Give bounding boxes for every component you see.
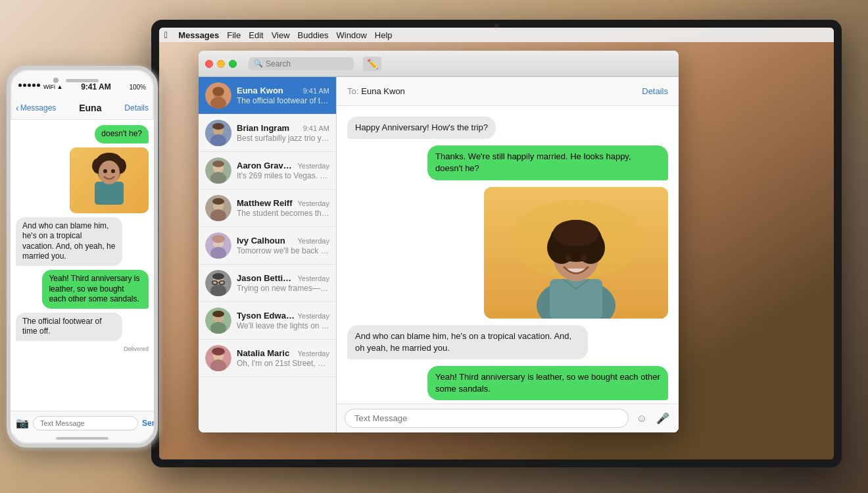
conversation-item-natalia[interactable]: Natalia Maric Yesterday Oh, I'm on 21st … [199,340,336,377]
iphone-message-row [16,147,149,213]
conversation-item-matthew[interactable]: Matthew Reiff Yesterday The student beco… [199,190,336,227]
svg-point-55 [581,255,587,261]
svg-point-28 [212,235,225,243]
svg-point-8 [111,169,115,173]
menubar-edit[interactable]: Edit [249,30,263,40]
conversation-item-jason[interactable]: Jason Bettin… Yesterday Trying on new fr… [199,265,336,302]
message-bubble: Thanks. We're still happily married. He … [427,145,668,180]
conv-time: 9:41 AM [303,124,329,132]
message-bubble: Yeah! Third anniversary is leather, so w… [427,366,668,400]
iphone-time: 9:41 AM [81,82,111,91]
menubar-window[interactable]: Window [337,30,367,40]
microphone-button[interactable]: 🎤 [655,411,671,427]
conv-time: 9:41 AM [303,87,329,95]
iphone-message-bubble: And who can blame him, he's on a tropica… [16,217,122,266]
conv-time: Yesterday [297,312,329,320]
iphone-chat-title: Euna [56,103,124,113]
iphone-message-bubble: doesn't he? [95,125,149,143]
search-input[interactable] [266,59,349,68]
avatar-euna [205,82,231,109]
iphone-status-bar: WiFi ▲ 9:41 AM 100% [11,72,154,96]
menubar-help[interactable]: Help [375,30,393,40]
conv-name: Matthew Reiff [237,198,293,208]
menubar-view[interactable]: View [272,30,290,40]
macbook-device:  Messages File Edit View Buddies Window… [151,20,842,480]
svg-point-16 [212,123,224,130]
message-row [347,187,668,319]
iphone-home-bar [56,437,108,440]
chat-to-label: To: [347,86,358,96]
conversation-item-aaron[interactable]: Aaron Grave… Yesterday It's 269 miles to… [199,152,336,190]
message-row: Thanks. We're still happily married. He … [347,145,668,180]
conv-preview: The official footwear of time off. [237,96,329,105]
conv-name: Euna Kwon [237,86,283,95]
chat-input-area: ☺ 🎤 [337,403,679,432]
avatar-tyson [205,307,231,334]
iphone-device: WiFi ▲ 9:41 AM 100% ‹ Messages Euna Deta… [7,66,158,448]
iphone-message-image [70,147,149,213]
chat-recipient: Euna Kwon [361,86,642,96]
conv-preview: Trying on new frames—what do you think o… [237,284,329,293]
avatar-ivy [205,232,231,259]
search-bar[interactable]: 🔍 [249,57,354,70]
iphone-camera-icon[interactable]: 📷 [16,417,29,429]
iphone-details-button[interactable]: Details [124,103,149,113]
macbook-screen-inner:  Messages File Edit View Buddies Window… [159,28,834,459]
conv-name: Aaron Grave… [237,161,295,170]
conversation-info: Euna Kwon 9:41 AM The official footwear … [237,86,329,105]
iphone-delivered-status: Delivered [16,346,149,352]
conversation-item-brian[interactable]: Brian Ingram 9:41 AM Best surfabilly jaz… [199,115,336,152]
apple-menu-icon[interactable]:  [164,30,168,40]
search-icon: 🔍 [254,59,263,68]
window-close-button[interactable] [205,60,213,68]
iphone-speaker [66,79,99,82]
iphone-message-row: Yeah! Third anniversary is leather, so w… [16,270,149,309]
conv-time: Yesterday [297,237,329,245]
iphone-navigation: ‹ Messages Euna Details [11,96,154,120]
message-row: Yeah! Third anniversary is leather, so w… [347,366,668,400]
iphone-message-row: doesn't he? [16,125,149,143]
conv-time: Yesterday [297,274,329,282]
iphone-message-input[interactable] [33,416,138,430]
avatar-matthew [205,195,231,221]
compose-button[interactable]: ✏️ [363,57,381,71]
conv-preview: Oh, I'm on 21st Street, not 21st Avenue. [237,359,329,368]
chat-header: To: Euna Kwon Details [337,77,679,106]
svg-rect-47 [550,279,602,319]
signal-bars: WiFi ▲ [18,84,62,90]
conv-time: Yesterday [297,350,329,357]
iphone-send-button[interactable]: Send [142,419,158,428]
conversation-item-tyson[interactable]: Tyson Edwar… Yesterday We'll leave the l… [199,302,336,340]
menubar-file[interactable]: File [227,30,241,40]
conv-time: Yesterday [297,162,329,170]
window-content: Euna Kwon 9:41 AM The official footwear … [199,77,679,432]
mac-menubar:  Messages File Edit View Buddies Window… [159,28,834,42]
svg-point-7 [103,169,107,173]
conversation-item-euna[interactable]: Euna Kwon 9:41 AM The official footwear … [199,77,336,115]
compose-icon: ✏️ [367,59,378,69]
chat-details-button[interactable]: Details [642,86,668,96]
emoji-button[interactable]: ☺ [634,411,650,427]
svg-point-43 [212,348,225,355]
window-maximize-button[interactable] [229,60,237,68]
macbook-screen:  Messages File Edit View Buddies Window… [151,20,842,467]
menubar-messages[interactable]: Messages [178,30,219,40]
window-minimize-button[interactable] [217,60,225,68]
conv-preview: Best surfabilly jazz trio you've ever he… [237,134,329,143]
menubar-buddies[interactable]: Buddies [298,30,329,40]
iphone-messages-list: doesn't he? [11,120,154,411]
message-bubble: Happy Anniversary! How's the trip? [347,117,496,139]
message-row: Happy Anniversary! How's the trip? [347,117,668,139]
conv-preview: Tomorrow we'll be back in your neighborh… [237,246,329,255]
conv-preview: We'll leave the lights on for you. [237,321,329,330]
iphone-battery: 100% [129,84,146,91]
conv-name: Brian Ingram [237,123,289,133]
iphone-back-button[interactable]: ‹ Messages [16,103,56,113]
svg-point-54 [565,255,571,261]
message-input[interactable] [345,409,629,428]
svg-point-53 [553,220,599,246]
svg-point-12 [212,87,224,96]
iphone-message-row: The official footwear of time off. [16,313,149,341]
message-row: And who can blame him, he's on a tropica… [347,325,668,359]
conversation-item-ivy[interactable]: Ivy Calhoun Yesterday Tomorrow we'll be … [199,227,336,265]
